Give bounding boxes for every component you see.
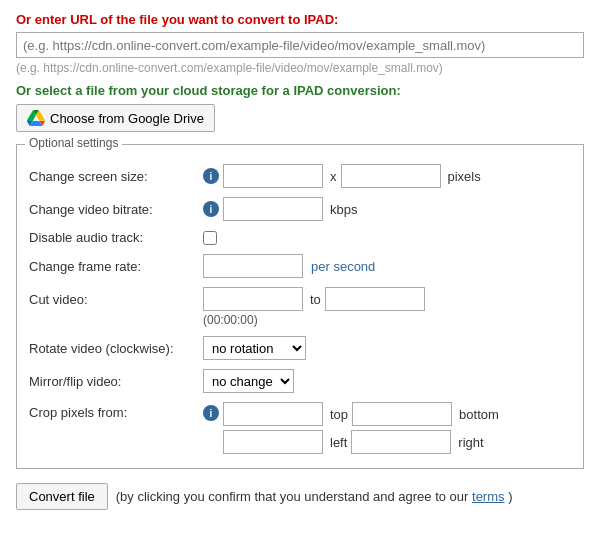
convert-button[interactable]: Convert file — [16, 483, 108, 510]
bitrate-input[interactable] — [223, 197, 323, 221]
kbps-unit: kbps — [330, 202, 357, 217]
cut-video-end-input[interactable] — [325, 287, 425, 311]
terms-close: ) — [508, 489, 512, 504]
rotate-select[interactable]: no rotation 90 degrees 180 degrees 270 d… — [203, 336, 306, 360]
crop-left-input[interactable] — [223, 430, 323, 454]
crop-right-input[interactable] — [351, 430, 451, 454]
crop-bottom-label: bottom — [459, 407, 499, 422]
per-second-unit: per second — [311, 259, 375, 274]
screen-size-row: Change screen size: i x pixels — [29, 164, 571, 188]
url-input[interactable] — [16, 32, 584, 58]
gdrive-btn-label: Choose from Google Drive — [50, 111, 204, 126]
crop-top-label: top — [330, 407, 348, 422]
crop-bottom-input[interactable] — [352, 402, 452, 426]
screen-size-label: Change screen size: — [29, 169, 199, 184]
mirror-select[interactable]: no change horizontal vertical — [203, 369, 294, 393]
cut-video-row: Cut video: to (00:00:00) — [29, 287, 571, 327]
crop-info-icon[interactable]: i — [203, 405, 219, 421]
rotate-row: Rotate video (clockwise): no rotation 90… — [29, 336, 571, 360]
optional-legend: Optional settings — [25, 136, 122, 150]
screen-size-info-icon[interactable]: i — [203, 168, 219, 184]
audio-track-checkbox[interactable] — [203, 231, 217, 245]
x-separator: x — [330, 169, 337, 184]
cut-video-label: Cut video: — [29, 292, 199, 307]
bottom-bar: Convert file (by clicking you confirm th… — [16, 483, 584, 510]
pixels-unit: pixels — [448, 169, 481, 184]
gdrive-button[interactable]: Choose from Google Drive — [16, 104, 215, 132]
mirror-row: Mirror/flip video: no change horizontal … — [29, 369, 571, 393]
rotate-label: Rotate video (clockwise): — [29, 341, 199, 356]
crop-label: Crop pixels from: — [29, 402, 199, 420]
frame-rate-input[interactable] — [203, 254, 303, 278]
crop-left-right-row: left right — [223, 430, 499, 454]
gdrive-icon — [27, 109, 45, 127]
frame-rate-row: Change frame rate: per second — [29, 254, 571, 278]
terms-link[interactable]: terms — [472, 489, 505, 504]
bitrate-label: Change video bitrate: — [29, 202, 199, 217]
mirror-label: Mirror/flip video: — [29, 374, 199, 389]
crop-top-bottom-row: top bottom — [223, 402, 499, 426]
cloud-section: Or select a file from your cloud storage… — [16, 83, 584, 144]
crop-right-label: right — [458, 435, 483, 450]
screen-height-input[interactable] — [341, 164, 441, 188]
frame-rate-label: Change frame rate: — [29, 259, 199, 274]
cloud-label: Or select a file from your cloud storage… — [16, 83, 584, 98]
audio-track-label: Disable audio track: — [29, 230, 199, 245]
cut-video-hint: (00:00:00) — [203, 313, 571, 327]
cut-video-start-input[interactable] — [203, 287, 303, 311]
crop-top-input[interactable] — [223, 402, 323, 426]
terms-text: (by clicking you confirm that you unders… — [116, 489, 513, 504]
crop-inputs: top bottom left right — [223, 402, 499, 454]
audio-track-row: Disable audio track: — [29, 230, 571, 245]
cut-to-text: to — [310, 292, 321, 307]
optional-settings: Optional settings Change screen size: i … — [16, 144, 584, 469]
url-label: Or enter URL of the file you want to con… — [16, 12, 584, 27]
crop-row: Crop pixels from: i top bottom left righ… — [29, 402, 571, 454]
terms-prefix: (by clicking you confirm that you unders… — [116, 489, 469, 504]
crop-left-label: left — [330, 435, 347, 450]
bitrate-row: Change video bitrate: i kbps — [29, 197, 571, 221]
screen-width-input[interactable] — [223, 164, 323, 188]
url-placeholder: (e.g. https://cdn.online-convert.com/exa… — [16, 61, 584, 75]
bitrate-info-icon[interactable]: i — [203, 201, 219, 217]
url-section: Or enter URL of the file you want to con… — [16, 12, 584, 75]
